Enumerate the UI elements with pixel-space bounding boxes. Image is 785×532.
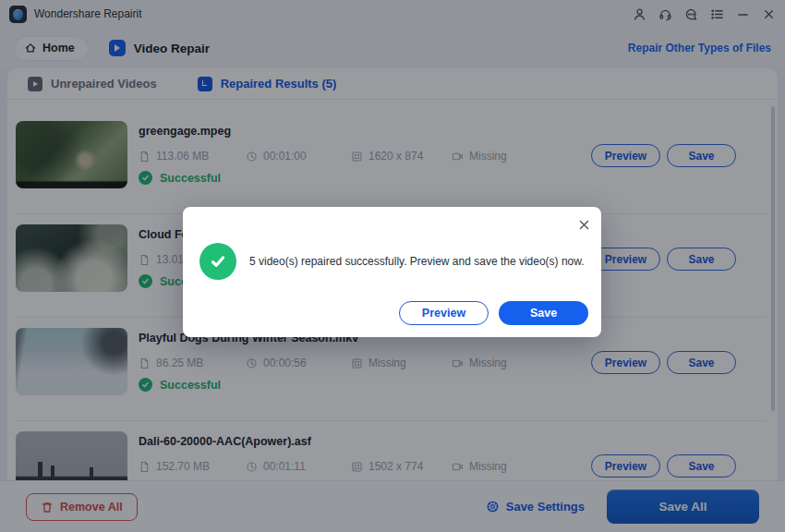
modal-preview-button[interactable]: Preview xyxy=(399,301,489,325)
modal-buttons: Preview Save xyxy=(399,301,588,325)
modal-save-button[interactable]: Save xyxy=(499,301,588,325)
modal-close-icon[interactable] xyxy=(575,216,592,233)
success-check-icon xyxy=(199,243,236,280)
modal-body: 5 video(s) repaired successfully. Previe… xyxy=(199,243,585,280)
modal-message: 5 video(s) repaired successfully. Previe… xyxy=(249,255,585,268)
app-window: Wondershare Repairit xyxy=(0,0,785,532)
success-modal: 5 video(s) repaired successfully. Previe… xyxy=(183,207,601,337)
